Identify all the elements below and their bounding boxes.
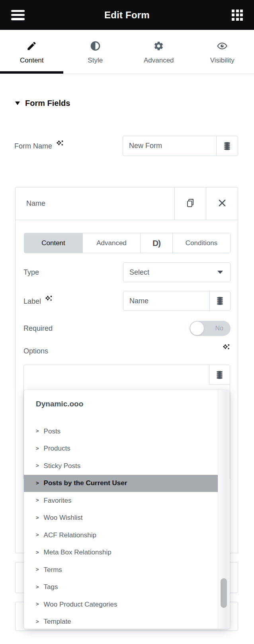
dynamic-tag-label: Tags (44, 583, 58, 591)
panel-title: Edit Form (0, 10, 254, 21)
dynamic-tag-item[interactable]: >Woo Wishlist (24, 509, 218, 527)
dynamic-tags-list: >Posts>Products>Sticky Posts>Posts by th… (24, 423, 218, 629)
dynamic-tag-label: Posts by the Current User (44, 479, 127, 487)
tab-content[interactable]: Content (0, 30, 64, 74)
toggle-knob (190, 322, 204, 335)
dynamic-tag-item[interactable]: >Sticky Posts (24, 457, 218, 475)
label-input[interactable] (123, 291, 209, 310)
duplicate-field-button[interactable] (174, 187, 206, 220)
close-icon (218, 199, 227, 209)
panel-header: Edit Form (0, 0, 254, 30)
field-tab-content[interactable]: Content (24, 233, 83, 253)
ai-sparkle-icon[interactable] (56, 140, 64, 152)
chevron-right-icon: > (36, 480, 39, 486)
dynamic-tags-icon[interactable] (209, 291, 230, 310)
label-field (123, 291, 231, 311)
dynamic-tag-item[interactable]: >Products (24, 440, 218, 458)
form-name-label: Form Name (14, 140, 64, 152)
tab-label: Style (88, 57, 103, 64)
toggle-state-text: No (215, 321, 223, 336)
remove-field-button[interactable] (206, 187, 238, 220)
dynamic-tag-item[interactable]: >Posts (24, 423, 218, 440)
dynamic-tag-label: Woo Wishlist (44, 514, 83, 522)
tab-style[interactable]: Style (64, 30, 127, 74)
chevron-right-icon: > (36, 549, 39, 555)
chevron-right-icon: > (36, 584, 39, 590)
required-label: Required (23, 322, 53, 334)
field-card-title[interactable]: Name (16, 187, 174, 220)
dynamic-tag-label: Woo Product Categories (44, 601, 117, 609)
dynamic-tag-label: Posts (44, 427, 61, 435)
chevron-right-icon: > (36, 619, 39, 624)
field-card-header: Name (16, 187, 238, 220)
dynamic-tags-dropdown: Dynamic.ooo >Posts>Products>Sticky Posts… (24, 390, 230, 629)
dynamic-tag-item[interactable]: >ACF Relationship (24, 527, 218, 544)
chevron-down-icon (217, 271, 223, 274)
dynamic-tag-item[interactable]: >Meta Box Relationship (24, 544, 218, 562)
dynamic-tag-label: ACF Relationship (44, 531, 96, 539)
copy-icon (185, 198, 195, 210)
dynamic-tag-label: Template (44, 618, 71, 626)
dynamic-tag-item[interactable]: >Template (24, 613, 218, 629)
dynamic-tag-item[interactable]: >Terms (24, 561, 218, 579)
dynamic-tag-label: Favorites (44, 497, 72, 505)
active-tab-underline (0, 71, 63, 74)
chevron-right-icon: > (36, 428, 39, 434)
dynamic-tags-icon[interactable] (209, 365, 230, 385)
tab-visibility[interactable]: Visibility (191, 30, 254, 74)
ai-sparkle-icon[interactable] (222, 343, 231, 354)
contrast-circle-icon (90, 41, 101, 51)
widget-tab-bar: Content Style Advanced Visibility (0, 30, 254, 74)
field-tab-advanced[interactable]: Advanced (83, 233, 141, 253)
tab-advanced[interactable]: Advanced (127, 30, 191, 74)
type-select[interactable]: Select (123, 262, 231, 282)
form-name-input[interactable] (123, 136, 216, 156)
scrollbar-track[interactable] (218, 390, 230, 629)
dynamic-tag-label: Sticky Posts (44, 462, 81, 470)
chevron-right-icon: > (36, 445, 39, 451)
tab-label: Visibility (210, 57, 234, 64)
tab-label: Advanced (144, 57, 174, 64)
dynamic-tag-label: Meta Box Relationship (44, 548, 111, 556)
dropdown-group-title: Dynamic.ooo (36, 400, 83, 408)
dynamic-tag-item[interactable]: >Woo Product Categories (24, 596, 218, 613)
dynamic-tag-label: Terms (44, 566, 62, 574)
form-name-field (123, 136, 238, 156)
chevron-right-icon: > (36, 532, 39, 538)
dynamic-tags-icon[interactable] (216, 136, 238, 156)
dynamic-tag-item[interactable]: >Favorites (24, 492, 218, 509)
chevron-right-icon: > (36, 463, 39, 468)
chevron-right-icon: > (36, 497, 39, 503)
options-label: Options (23, 345, 48, 357)
tab-label: Content (20, 57, 44, 64)
chevron-right-icon: > (36, 566, 39, 572)
chevron-right-icon: > (36, 515, 39, 521)
ai-sparkle-icon[interactable] (45, 295, 53, 307)
field-inner-tabs: Content Advanced D) Conditions (24, 233, 231, 253)
pencil-icon (26, 41, 37, 51)
label-label: Label (23, 295, 53, 307)
required-toggle[interactable]: No (190, 321, 231, 336)
dynamic-tag-item[interactable]: >Tags (24, 579, 218, 596)
form-fields-section-header[interactable]: Form Fields (15, 99, 70, 108)
type-label: Type (23, 266, 39, 278)
dynamicooo-logo-tab[interactable]: D) (141, 233, 173, 253)
eye-icon (217, 41, 228, 51)
collapse-caret-icon (15, 101, 20, 105)
field-tab-conditions[interactable]: Conditions (173, 233, 230, 253)
gear-icon (153, 41, 164, 51)
dynamic-tag-label: Products (44, 445, 70, 453)
dynamic-tag-item[interactable]: >Posts by the Current User (24, 475, 218, 492)
section-title: Form Fields (25, 99, 70, 108)
chevron-right-icon: > (36, 601, 39, 607)
scrollbar-thumb[interactable] (221, 578, 227, 608)
